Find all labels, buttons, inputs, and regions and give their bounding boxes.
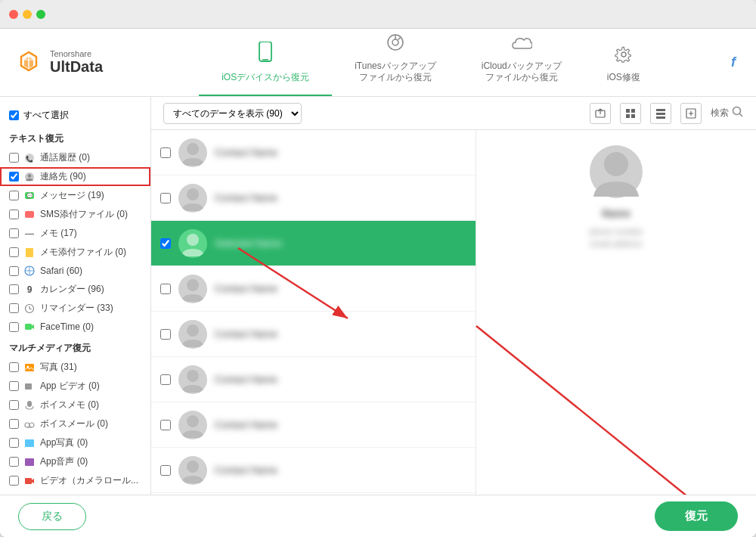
messages-checkbox[interactable] xyxy=(9,191,19,200)
sidebar-item-messages[interactable]: 💬 メッセージ (19) xyxy=(0,186,150,205)
tab-ios-repair[interactable]: iOS修復 xyxy=(584,29,663,96)
facebook-icon[interactable]: f xyxy=(731,54,736,70)
search-label: 検索 xyxy=(711,107,729,120)
detail-name: Name xyxy=(491,207,741,219)
sidebar-item-app-photo[interactable]: App写真 (0) xyxy=(0,433,150,452)
tab-icloud[interactable]: iCloudバックアップファイルから復元 xyxy=(459,29,584,96)
contact-checkbox[interactable] xyxy=(160,465,171,476)
contact-row[interactable]: Contact Name xyxy=(151,448,476,493)
header: Tenorshare UltData iOSデバイスから復元 xyxy=(0,29,756,97)
video-camera-checkbox[interactable] xyxy=(9,476,19,486)
contact-name-selected: Selected Name xyxy=(215,237,282,249)
sidebar-item-voice-memo[interactable]: ボイスメモ (0) xyxy=(0,396,150,414)
view-btn-grid[interactable] xyxy=(620,103,641,124)
svg-rect-52 xyxy=(656,116,665,119)
contact-row[interactable]: Contact Name xyxy=(151,493,476,495)
contact-checkbox[interactable] xyxy=(160,420,171,430)
safari-checkbox[interactable] xyxy=(9,266,19,276)
voicemail-icon xyxy=(23,418,36,430)
view-btn-upload[interactable] xyxy=(590,103,611,124)
view-btn-export[interactable] xyxy=(680,103,702,124)
select-all-label: すべて選択 xyxy=(23,109,69,122)
contact-row[interactable]: Contact Name xyxy=(151,266,476,312)
sidebar-item-app-audio[interactable]: App音声 (0) xyxy=(0,452,150,471)
sms-attachments-checkbox[interactable] xyxy=(9,210,19,219)
safari-label: Safari (60) xyxy=(40,265,141,276)
contact-checkbox[interactable] xyxy=(160,284,171,294)
voice-memo-label: ボイスメモ (0) xyxy=(40,399,141,411)
svg-text:📞: 📞 xyxy=(26,154,33,162)
calendar-checkbox[interactable] xyxy=(9,284,19,294)
sidebar-item-video-camera[interactable]: ビデオ（カメラロール... xyxy=(0,471,150,490)
contact-checkbox-selected[interactable] xyxy=(160,238,171,249)
contact-row[interactable]: Contact Name xyxy=(151,357,476,402)
svg-rect-31 xyxy=(25,439,34,447)
contact-row-selected[interactable]: Selected Name xyxy=(151,221,476,266)
contact-row[interactable]: Contact Name xyxy=(151,402,476,448)
search-icon[interactable] xyxy=(732,106,744,120)
contact-list-left: Contact Name Contact Name xyxy=(151,130,476,495)
maximize-button[interactable] xyxy=(36,10,45,19)
sidebar-item-reminder[interactable]: リマインダー (33) xyxy=(0,299,150,318)
memo-attachments-checkbox[interactable] xyxy=(9,247,19,257)
contact-row[interactable]: Contact Name xyxy=(151,130,476,175)
photos-label: 写真 (31) xyxy=(40,361,141,374)
contact-avatar xyxy=(178,456,207,485)
view-btn-list[interactable] xyxy=(650,103,671,124)
logo-ultdata: UltData xyxy=(50,58,103,76)
contact-name: Contact Name xyxy=(215,192,277,203)
voice-memo-icon xyxy=(23,399,36,411)
memo-attachments-icon xyxy=(23,247,36,259)
app-video-label: App ビデオ (0) xyxy=(40,380,141,393)
sidebar-item-facetime[interactable]: FaceTime (0) xyxy=(0,318,150,336)
sidebar-item-memo[interactable]: — メモ (17) xyxy=(0,224,150,243)
call-history-checkbox[interactable] xyxy=(9,153,19,163)
footer: 戻る 復元 xyxy=(0,495,756,537)
tab-itunes[interactable]: iTunesバックアップファイルから復元 xyxy=(332,29,459,96)
content-wrapper: すべてのデータを表示 (90) xyxy=(151,97,756,495)
sidebar-item-photos[interactable]: 写真 (31) xyxy=(0,358,150,377)
contact-row[interactable]: Contact Name xyxy=(151,175,476,221)
call-history-icon: 📞 xyxy=(23,152,36,164)
sidebar-item-calendar[interactable]: 9 カレンダー (96) xyxy=(0,280,150,299)
contact-checkbox[interactable] xyxy=(160,374,171,385)
contact-row[interactable]: Contact Name xyxy=(151,312,476,357)
back-button[interactable]: 戻る xyxy=(18,503,86,530)
filter-select[interactable]: すべてのデータを表示 (90) xyxy=(163,103,302,124)
sidebar-item-sms-attachments[interactable]: SMS添付ファイル (0) xyxy=(0,205,150,224)
app-video-checkbox[interactable] xyxy=(9,381,19,391)
contact-checkbox[interactable] xyxy=(160,147,171,158)
contacts-checkbox[interactable] xyxy=(9,172,19,182)
select-all-checkbox[interactable] xyxy=(9,110,19,120)
photos-checkbox[interactable] xyxy=(9,362,19,372)
reminder-icon xyxy=(23,303,36,315)
memo-checkbox[interactable] xyxy=(9,228,19,238)
reminder-checkbox[interactable] xyxy=(9,303,19,313)
sidebar-item-app-video[interactable]: App ビデオ (0) xyxy=(0,377,150,396)
sidebar-item-call-history[interactable]: 📞 通話履歴 (0) xyxy=(0,148,150,167)
svg-rect-24 xyxy=(25,364,34,371)
sidebar-item-safari[interactable]: Safari (60) xyxy=(0,262,150,280)
voice-memo-checkbox[interactable] xyxy=(9,400,19,410)
sidebar-item-contacts[interactable]: 連絡先 (90) xyxy=(0,167,150,186)
svg-point-65 xyxy=(187,461,199,473)
close-button[interactable] xyxy=(9,10,18,19)
minimize-button[interactable] xyxy=(23,10,32,19)
app-photo-checkbox[interactable] xyxy=(9,438,19,448)
svg-rect-32 xyxy=(25,458,34,466)
contact-checkbox[interactable] xyxy=(160,193,171,203)
svg-text:💬: 💬 xyxy=(26,192,33,199)
messages-icon: 💬 xyxy=(23,190,36,202)
tab-ios-device[interactable]: iOSデバイスから復元 xyxy=(199,29,332,96)
restore-button[interactable]: 復元 xyxy=(655,501,738,531)
contact-name: Contact Name xyxy=(215,464,277,476)
app-photo-label: App写真 (0) xyxy=(40,436,141,449)
contact-checkbox[interactable] xyxy=(160,329,171,340)
svg-rect-27 xyxy=(27,401,32,407)
logo-area: Tenorshare UltData xyxy=(0,49,151,76)
sidebar-item-memo-attachments[interactable]: メモ添付ファイル (0) xyxy=(0,243,150,262)
voicemail-checkbox[interactable] xyxy=(9,419,19,429)
sidebar-item-voicemail[interactable]: ボイスメール (0) xyxy=(0,414,150,433)
app-audio-checkbox[interactable] xyxy=(9,457,19,467)
facetime-checkbox[interactable] xyxy=(9,322,19,332)
